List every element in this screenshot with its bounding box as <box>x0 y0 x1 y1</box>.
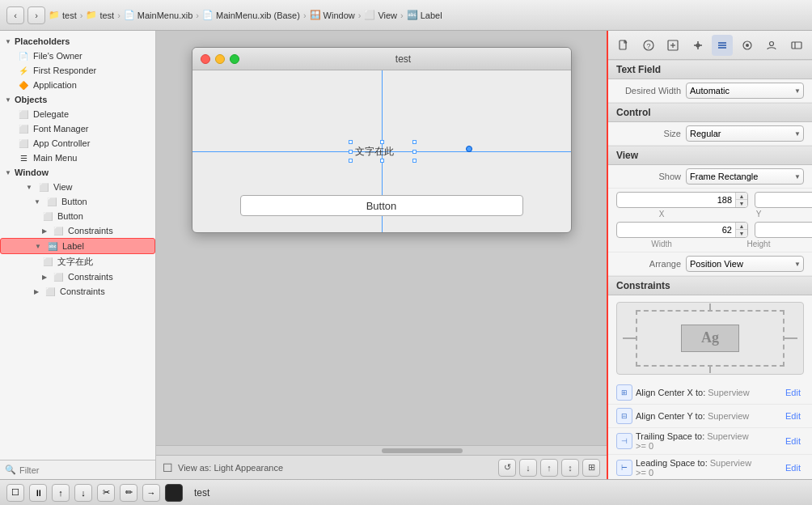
align-center-y-superview: Superview <box>708 411 749 421</box>
tab-attributes[interactable] <box>712 35 733 56</box>
horizontal-scrollbar[interactable] <box>156 445 607 455</box>
sidebar-item-app-controller[interactable]: ⬜ App Controller <box>0 136 155 151</box>
sidebar-item-constraints-1[interactable]: ▶ ⬜ Constraints <box>0 223 155 238</box>
bottom-send-btn[interactable]: → <box>142 484 160 502</box>
handle-bc[interactable] <box>380 159 384 163</box>
forward-button[interactable]: › <box>27 6 45 24</box>
sidebar-item-button[interactable]: ⬜ Button <box>0 209 155 223</box>
bottom-mode-btn[interactable]: ☐ <box>6 484 24 502</box>
xib-icon-0: 📄 <box>124 10 135 20</box>
application-label: Application <box>33 80 77 90</box>
sidebar-item-application[interactable]: 🔶 Application <box>0 78 155 92</box>
sidebar-item-delegate[interactable]: ⬜ Delegate <box>0 107 155 121</box>
width-stepper-down[interactable]: ▼ <box>736 230 747 237</box>
breadcrumb-item-4[interactable]: 🪟 Window <box>310 10 355 20</box>
bottom-download-btn[interactable]: ↓ <box>74 484 92 502</box>
x-stepper-up[interactable]: ▲ <box>736 193 747 200</box>
x-stepper-down[interactable]: ▼ <box>736 200 747 207</box>
desired-width-select-wrapper[interactable]: Automatic ▼ <box>686 83 804 99</box>
handle-ml[interactable] <box>349 150 353 154</box>
show-select-wrapper[interactable]: Frame Rectangle ▼ <box>686 168 804 185</box>
arrange-select-wrapper[interactable]: Position View ▼ <box>686 256 804 272</box>
align-center-y-edit[interactable]: Edit <box>782 410 804 422</box>
canvas-tool-2[interactable]: ↓ <box>519 459 537 477</box>
bottom-color-btn[interactable] <box>165 484 183 502</box>
back-button[interactable]: ‹ <box>6 6 24 24</box>
sidebar-item-constraints-3[interactable]: ▶ ⬜ Constraints <box>0 284 155 299</box>
placeholders-header[interactable]: ▼ Placeholders <box>0 34 155 49</box>
sidebar-item-label-text[interactable]: ⬜ 文字在此 <box>0 254 155 269</box>
tab-file[interactable] <box>613 35 634 56</box>
height-input-wrapper[interactable]: ▲ ▼ <box>755 222 812 238</box>
breadcrumb-item-0[interactable]: 📁 test <box>49 10 77 20</box>
canvas-button[interactable]: Button <box>240 195 523 216</box>
xy-grid: ▲ ▼ ▲ ▼ <box>608 189 812 252</box>
breadcrumb-item-3[interactable]: 📄 MainMenu.xib (Base) <box>202 10 300 20</box>
canvas-tool-3[interactable]: ↑ <box>540 459 558 477</box>
sidebar-item-button-group[interactable]: ▼ ⬜ Button <box>0 194 155 209</box>
canvas-tool-4[interactable]: ↕ <box>561 459 579 477</box>
x-input[interactable] <box>617 195 735 205</box>
size-select[interactable]: Regular <box>686 125 804 142</box>
breadcrumb-item-5[interactable]: ⬜ View <box>364 10 397 20</box>
canvas-tool-1[interactable]: ↺ <box>498 459 516 477</box>
height-input[interactable] <box>755 225 812 235</box>
objects-header[interactable]: ▼ Objects <box>0 92 155 107</box>
align-center-x-edit[interactable]: Edit <box>782 386 804 399</box>
handle-bl[interactable] <box>349 159 353 163</box>
width-stepper[interactable]: ▲ ▼ <box>735 223 747 237</box>
breadcrumb-label-4: Window <box>324 11 355 20</box>
bottom-pause-btn[interactable]: ⏸ <box>29 484 47 502</box>
window-header[interactable]: ▼ Window <box>0 165 155 180</box>
size-select-wrapper[interactable]: Regular ▼ <box>686 125 804 142</box>
bottom-upload-btn[interactable]: ↑ <box>52 484 70 502</box>
trailing-edit[interactable]: Edit <box>782 435 804 448</box>
handle-mr[interactable] <box>412 150 417 154</box>
x-input-wrapper[interactable]: ▲ ▼ <box>616 192 748 208</box>
constraint-trailing: ⊣ Trailing Space to: Superview >= 0 Edit <box>608 428 812 455</box>
tab-bindings[interactable] <box>786 35 807 56</box>
desired-width-select[interactable]: Automatic <box>686 83 804 99</box>
traffic-close-btn[interactable] <box>201 54 210 64</box>
tab-identity[interactable] <box>761 35 782 56</box>
breadcrumb-item-1[interactable]: 📁 test <box>86 10 114 20</box>
delegate-icon: ⬜ <box>18 108 29 120</box>
tab-help[interactable]: ? <box>638 35 659 56</box>
traffic-max-btn[interactable] <box>230 54 239 64</box>
width-stepper-up[interactable]: ▲ <box>736 223 747 230</box>
handle-br[interactable] <box>412 159 417 163</box>
y-input-wrapper[interactable]: ▲ ▼ <box>755 192 812 208</box>
scroll-thumb-h[interactable] <box>382 448 463 453</box>
canvas-tool-5[interactable]: ⊞ <box>582 459 600 477</box>
canvas-scroll[interactable]: test <box>156 31 607 445</box>
bottom-edit-btn[interactable]: ✏ <box>120 484 137 502</box>
sidebar-item-first-responder[interactable]: ⚡ First Responder <box>0 63 155 78</box>
sidebar-item-constraints-2[interactable]: ▶ ⬜ Constraints <box>0 269 155 284</box>
arrange-select[interactable]: Position View <box>686 256 804 272</box>
sidebar-item-font-manager[interactable]: ⬜ Font Manager <box>0 121 155 136</box>
leading-edit[interactable]: Edit <box>782 461 804 474</box>
tab-size[interactable] <box>662 35 683 56</box>
label-selected-container[interactable]: 文字在此 <box>350 142 415 161</box>
y-input[interactable] <box>755 195 812 205</box>
sidebar-item-label[interactable]: ▼ 🔤 Label <box>0 238 155 254</box>
sidebar-item-main-menu[interactable]: ☰ Main Menu <box>0 151 155 165</box>
handle-tc[interactable] <box>380 140 384 144</box>
bottom-cut-btn[interactable]: ✂ <box>97 484 115 502</box>
traffic-min-btn[interactable] <box>215 54 225 64</box>
handle-tr[interactable] <box>412 140 417 144</box>
sidebar-item-view[interactable]: ▼ ⬜ View <box>0 180 155 194</box>
filter-input[interactable] <box>19 465 150 475</box>
align-center-y-icon: ⊟ <box>616 408 632 424</box>
handle-tl[interactable] <box>349 140 353 144</box>
show-select[interactable]: Frame Rectangle <box>686 168 804 185</box>
tab-connections[interactable] <box>737 35 758 56</box>
x-stepper[interactable]: ▲ ▼ <box>735 193 747 207</box>
height-axis-label: Height <box>713 240 804 248</box>
breadcrumb-item-6[interactable]: 🔤 Label <box>407 10 442 20</box>
width-input-wrapper[interactable]: ▲ ▼ <box>616 222 748 238</box>
sidebar-item-files-owner[interactable]: 📄 File's Owner <box>0 49 155 63</box>
breadcrumb-item-2[interactable]: 📄 MainMenu.xib <box>124 10 192 20</box>
tab-constraints[interactable] <box>687 35 708 56</box>
width-input[interactable] <box>617 225 735 235</box>
